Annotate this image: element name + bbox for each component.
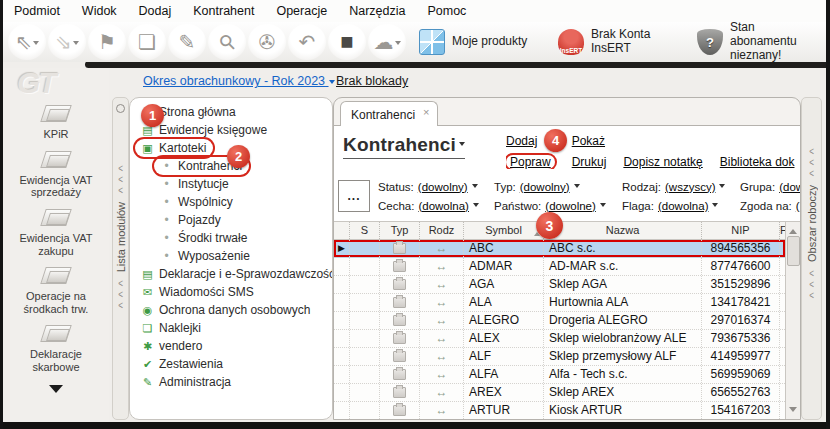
menu-item[interactable]: Widok (71, 0, 128, 22)
page-title[interactable]: Kontrahenci (343, 134, 465, 159)
column-header[interactable]: Typ (380, 222, 420, 239)
filter-value-dropdown[interactable]: (dowoln (779, 181, 800, 193)
dropdown-caret-icon[interactable] (33, 41, 39, 48)
pin-icon[interactable] (116, 104, 125, 113)
insert-account-button[interactable]: InsERT Brak Konta InsERT (548, 24, 687, 60)
filter-value-dropdown[interactable]: (dowolny) (418, 181, 468, 193)
filter-value-dropdown[interactable]: (dowolny) (520, 181, 570, 193)
undo-button[interactable]: ↶ (288, 24, 326, 60)
chevron-down-icon[interactable] (574, 184, 580, 191)
menu-item[interactable]: Podmiot (3, 0, 71, 22)
filter-value-dropdown[interactable]: (dowolna) (658, 200, 709, 212)
tree-item[interactable]: • Wspólnicy (154, 193, 240, 211)
forward-arrow-button[interactable]: ⇘ (48, 24, 86, 60)
menu-item[interactable]: Narzędzia (338, 0, 416, 22)
chevron-left-icon[interactable]: < (809, 166, 814, 180)
tree-item[interactable]: ✉ Wiadomości SMS (135, 283, 261, 301)
cloud-button[interactable]: ☁ (368, 24, 406, 60)
close-icon[interactable]: × (423, 108, 429, 116)
column-header[interactable]: Rodz (420, 222, 464, 239)
filter-value-dropdown[interactable]: (dowolne) (545, 200, 596, 212)
my-products-button[interactable]: Moje produkty (409, 24, 548, 60)
menu-item[interactable]: Operacje (265, 0, 338, 22)
print-button[interactable]: ✇ (248, 24, 286, 60)
scroll-up-icon[interactable] (789, 225, 797, 234)
module-button[interactable]: Ewidencja VAT zakupu (6, 206, 106, 257)
module-button[interactable]: Deklaracje skarbowe (6, 322, 106, 373)
tree-item[interactable]: ✔ Zestawienia (135, 355, 230, 373)
tree-item[interactable]: • Pojazdy (154, 211, 228, 229)
column-header[interactable] (334, 222, 350, 239)
two-way-arrow-icon: ↔ (436, 258, 448, 275)
filter-value-dropdown[interactable]: (dowolna) (418, 200, 469, 212)
table-row[interactable]: ↔ ADMAR AD-MAR s.c. 877476600 (334, 258, 785, 276)
vertical-scrollbar[interactable] (785, 222, 800, 419)
table-row[interactable]: ↔ ALEGRO Drogeria ALEGRO 297016374 (334, 312, 785, 330)
menu-item[interactable]: Kontrahent (182, 0, 265, 22)
add-link[interactable]: Dodaj (506, 134, 537, 148)
select-arrow-button[interactable]: ⇖ (8, 24, 46, 60)
tree-item[interactable]: • Wyposażenie (154, 247, 257, 265)
menu-item[interactable]: Dodaj (128, 0, 183, 22)
dropdown-caret-icon[interactable] (73, 41, 79, 48)
chevron-left-icon[interactable]: < (118, 183, 123, 197)
column-header[interactable]: NIP (702, 222, 780, 239)
chevron-down-icon[interactable] (719, 184, 725, 191)
tree-item[interactable]: ❏ Naklejki (135, 319, 208, 337)
cell-typ (380, 276, 420, 293)
chevron-down-icon[interactable] (712, 203, 718, 210)
edit-link[interactable]: Popraw (506, 155, 555, 169)
search-button[interactable]: ⚲ (208, 24, 246, 60)
column-header[interactable]: Symbol (464, 222, 544, 239)
table-row[interactable]: ↔ AREX Sklep AREX 656552763 (334, 384, 785, 402)
tree-item[interactable]: ✎ Administracja (135, 373, 238, 391)
tab-kontrahenci[interactable]: Kontrahenci × (340, 101, 438, 126)
print-link[interactable]: Drukuj (572, 155, 607, 169)
chevron-left-icon[interactable]: < (118, 299, 123, 313)
table-row[interactable]: ↔ ALFA Alfa - Tech s.c. 569959069 (334, 366, 785, 384)
document-library-link[interactable]: Biblioteka dok (720, 155, 795, 169)
show-link[interactable]: Pokaż (572, 134, 605, 148)
tree-item[interactable]: ✱ vendero (135, 337, 209, 355)
tree-item[interactable]: • Instytucje (154, 175, 236, 193)
module-button[interactable]: KPiR (6, 102, 106, 141)
chevron-down-icon[interactable] (473, 203, 479, 210)
tree-item[interactable]: ◉ Ochrona danych osobowych (135, 301, 317, 319)
add-note-link[interactable]: Dopisz notatkę (623, 155, 702, 169)
module-button[interactable]: Ewidencja VAT sprzedaży (6, 148, 106, 199)
table-row[interactable]: ▶ ↔ ABC ABC s.c. 894565356 (334, 240, 785, 258)
chevron-down-icon[interactable] (600, 203, 606, 210)
tree-item[interactable]: ▤ Deklaracje i e-Sprawozdawczość (135, 265, 333, 283)
filter-label: Państwo: (494, 200, 541, 212)
menu-item[interactable]: Pomoc (416, 0, 477, 22)
accounting-period-link[interactable]: Okres obrachunkowy - Rok 2023 (143, 74, 335, 88)
filter-value-dropdown[interactable]: (wszyscy) (665, 181, 715, 193)
new-document-button[interactable]: ❏ (128, 24, 166, 60)
more-filters-button[interactable]: ... (338, 180, 370, 212)
column-header[interactable]: Nazwa (544, 222, 702, 239)
row-marker (334, 258, 350, 275)
tree-item[interactable]: • Środki trwałe (154, 229, 254, 247)
chevron-left-icon[interactable]: < (809, 288, 814, 302)
supplier-package-icon (393, 333, 406, 344)
module-button[interactable]: Operacje na środkach trw. (6, 264, 106, 315)
scroll-down-icon[interactable] (789, 407, 797, 416)
subscription-status-button[interactable]: ? Stan abonamentu nieznany! (687, 24, 826, 60)
edit-button[interactable]: ✎ (168, 24, 206, 60)
dropdown-caret-icon[interactable] (395, 41, 401, 48)
filter-value-dropdown[interactable]: ( (796, 200, 800, 212)
workspace-strip-label: Obszar roboczy (806, 185, 818, 262)
cube-button[interactable]: ■ (328, 24, 366, 60)
collapse-arrow-icon[interactable] (49, 385, 63, 400)
table-row[interactable]: ↔ ALF Sklep przemysłowy ALF 414959977 (334, 348, 785, 366)
tree-item[interactable]: ▣ Kartoteki (135, 139, 213, 157)
scrollbar-thumb[interactable] (787, 236, 800, 266)
table-row[interactable]: ↔ AGA Sklep AGA 351529896 (334, 276, 785, 294)
column-header[interactable]: S (350, 222, 380, 239)
chevron-down-icon[interactable] (472, 184, 478, 191)
table-row[interactable]: ↔ ARTUR Kiosk ARTUR 154167203 (334, 402, 785, 419)
lock-status-link[interactable]: Brak blokady (336, 74, 408, 88)
table-row[interactable]: ↔ ALEX Sklep wielobranżowy ALE 793675336 (334, 330, 785, 348)
flag-button[interactable]: ⚑ (88, 24, 126, 60)
table-row[interactable]: ↔ ALA Hurtownia ALA 134178421 (334, 294, 785, 312)
